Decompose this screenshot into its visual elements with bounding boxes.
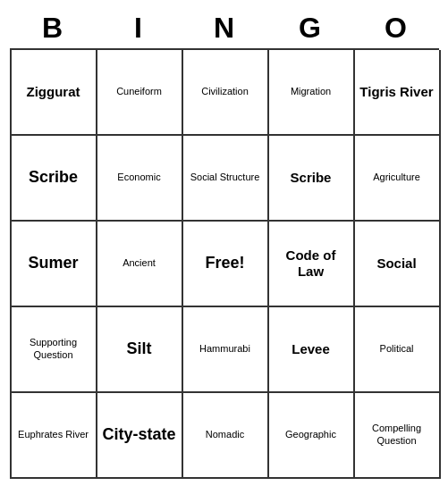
cell-text-3-1: Silt xyxy=(126,339,151,359)
cell-text-2-3: Code of Law xyxy=(273,247,350,280)
cell-3-0[interactable]: Supporting Question xyxy=(12,307,97,393)
cell-2-4[interactable]: Social xyxy=(355,222,441,307)
bingo-card: B I N G O Ziggurat Cuneiform Civilizatio… xyxy=(10,8,439,479)
cell-1-3[interactable]: Scribe xyxy=(269,136,355,222)
cell-0-1[interactable]: Cuneiform xyxy=(97,50,183,136)
cell-text-3-4: Political xyxy=(380,343,414,355)
cell-text-1-0: Scribe xyxy=(29,168,78,188)
cell-3-4[interactable]: Political xyxy=(355,307,441,393)
cell-2-2-free[interactable]: Free! xyxy=(183,222,269,307)
cell-text-1-1: Economic xyxy=(117,172,160,183)
cell-text-2-2: Free! xyxy=(205,254,244,273)
cell-text-4-0: Euphrates River xyxy=(18,429,89,440)
cell-0-0[interactable]: Ziggurat xyxy=(12,50,97,136)
cell-2-1[interactable]: Ancient xyxy=(97,222,183,307)
cell-text-1-2: Social Structure xyxy=(190,172,260,183)
cell-4-1[interactable]: City-state xyxy=(97,393,183,479)
cell-text-0-2: Civilization xyxy=(201,86,249,97)
cell-4-0[interactable]: Euphrates River xyxy=(12,393,97,479)
cell-text-2-0: Sumer xyxy=(28,254,78,273)
cell-text-3-3: Levee xyxy=(292,341,330,357)
cell-1-4[interactable]: Agriculture xyxy=(355,136,441,222)
header-i: I xyxy=(96,12,182,45)
header-g: G xyxy=(267,12,353,45)
cell-text-3-0: Supporting Question xyxy=(15,337,92,360)
cell-text-1-4: Agriculture xyxy=(373,172,420,183)
header-o: O xyxy=(353,12,439,45)
cell-text-2-1: Ancient xyxy=(123,257,156,269)
cell-0-4[interactable]: Tigris River xyxy=(355,50,441,136)
cell-4-4[interactable]: Compelling Question xyxy=(355,393,441,479)
cell-text-4-1: City-state xyxy=(102,425,175,445)
cell-text-0-1: Cuneiform xyxy=(116,86,162,97)
bingo-header: B I N G O xyxy=(10,8,439,48)
header-n: N xyxy=(182,12,267,45)
cell-3-3[interactable]: Levee xyxy=(269,307,355,393)
cell-3-2[interactable]: Hammurabi xyxy=(183,307,269,393)
cell-4-3[interactable]: Geographic xyxy=(269,393,355,479)
cell-1-0[interactable]: Scribe xyxy=(12,136,97,222)
cell-text-1-3: Scribe xyxy=(291,170,332,186)
cell-text-2-4: Social xyxy=(376,256,416,272)
cell-text-3-2: Hammurabi xyxy=(199,343,250,355)
bingo-grid: Ziggurat Cuneiform Civilization Migratio… xyxy=(10,48,439,479)
cell-text-0-0: Ziggurat xyxy=(27,84,80,100)
cell-1-1[interactable]: Economic xyxy=(97,136,183,222)
cell-text-0-4: Tigris River xyxy=(359,84,433,100)
cell-2-0[interactable]: Sumer xyxy=(12,222,97,307)
cell-3-1[interactable]: Silt xyxy=(97,307,183,393)
cell-text-4-3: Geographic xyxy=(285,429,336,440)
cell-1-2[interactable]: Social Structure xyxy=(183,136,269,222)
header-b: B xyxy=(10,12,96,45)
cell-text-4-4: Compelling Question xyxy=(359,423,435,446)
cell-text-4-2: Nomadic xyxy=(206,429,244,440)
cell-0-3[interactable]: Migration xyxy=(269,50,355,136)
cell-text-0-3: Migration xyxy=(291,86,331,97)
cell-4-2[interactable]: Nomadic xyxy=(183,393,269,479)
cell-2-3[interactable]: Code of Law xyxy=(269,222,355,307)
cell-0-2[interactable]: Civilization xyxy=(183,50,269,136)
